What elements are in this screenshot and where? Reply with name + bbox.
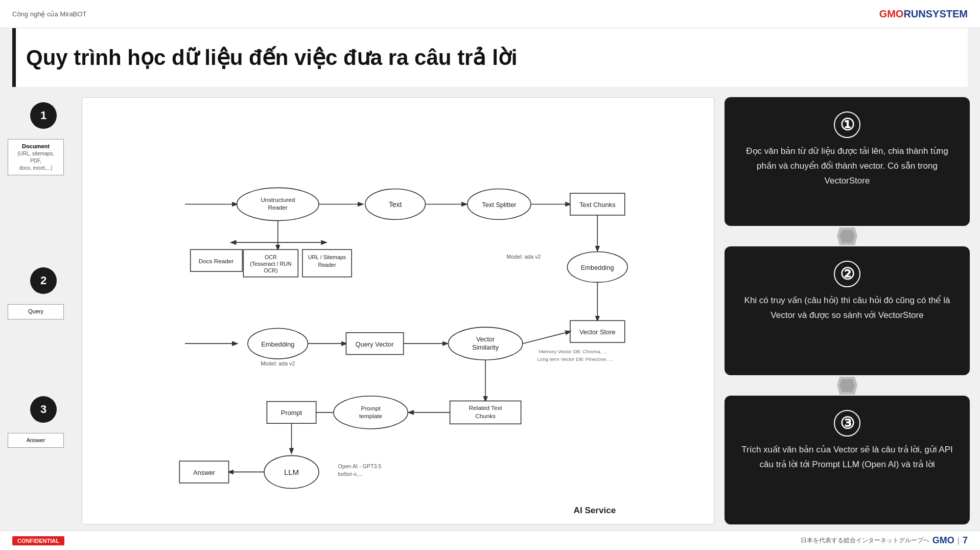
svg-text:OCR: OCR	[265, 254, 277, 260]
info-box-1-text: Đọc văn bản từ dữ liệu được tải lên, chi…	[741, 144, 953, 189]
gmo-logo: GMORUNSYSTEM	[879, 8, 968, 20]
footer-right: 日本を代表する総合インターネットグループへ GMO | 7	[801, 535, 968, 546]
diagram-svg: AI Service Unstructured Reader Text Text…	[82, 98, 714, 524]
footer-gmo: GMO	[932, 535, 954, 546]
svg-text:Prompt: Prompt	[281, 409, 302, 417]
footer-page: 7	[963, 535, 968, 546]
info-arrow-2	[725, 375, 970, 396]
svg-text:Vector: Vector	[476, 335, 495, 343]
content-area: 1 Document (URL, sitemaps, PDF,docx, exc…	[0, 87, 980, 530]
info-box-3-text: Trích xuất văn bản của Vector sẽ là câu …	[741, 443, 953, 472]
svg-text:Chunks: Chunks	[475, 413, 496, 419]
svg-marker-70	[839, 379, 855, 392]
svg-text:Vector Store: Vector Store	[579, 328, 616, 336]
svg-text:LLM: LLM	[284, 468, 299, 476]
svg-text:Prompt: Prompt	[361, 405, 381, 411]
info-box-3: ③ Trích xuất văn bản của Vector sẽ là câ…	[725, 396, 970, 524]
svg-text:Unstructured: Unstructured	[261, 196, 295, 203]
main-title-bar: Quy trình học dữ liệu đến việc đưa ra câ…	[12, 28, 968, 87]
step-indicators: 1 Document (URL, sitemaps, PDF,docx, exc…	[10, 97, 77, 524]
svg-text:Text Splitter: Text Splitter	[482, 201, 517, 209]
info-box-2: ② Khi có truy vấn (câu hỏi) thì câu hỏi …	[725, 246, 970, 375]
info-box-3-number: ③	[834, 410, 860, 437]
svg-marker-68	[839, 230, 855, 243]
step2-circle: 2	[30, 267, 57, 294]
info-box-2-text: Khi có truy vấn (câu hỏi) thì câu hỏi đó…	[741, 293, 953, 323]
svg-text:turbor-x,...: turbor-x,...	[338, 471, 363, 477]
svg-text:Reader: Reader	[318, 262, 336, 268]
step3-group: 3 Answer	[23, 396, 64, 448]
svg-text:Answer: Answer	[193, 469, 216, 476]
step2-group: 2 Query	[23, 267, 64, 319]
header-subtitle: Công nghệ của MiraBOT	[12, 10, 86, 18]
ai-service-label: AI Service	[574, 506, 616, 515]
step3-circle: 3	[30, 396, 57, 423]
step3-box: Answer	[8, 433, 64, 448]
main-title: Quy trình học dữ liệu đến việc đưa ra câ…	[26, 45, 517, 70]
svg-text:URL / Sitemaps: URL / Sitemaps	[308, 254, 346, 260]
svg-text:Model: ada v2: Model: ada v2	[506, 254, 541, 260]
footer-text: 日本を代表する総合インターネットグループへ	[801, 536, 929, 545]
info-panel: ① Đọc văn bản từ dữ liệu được tải lên, c…	[725, 97, 970, 524]
svg-text:template: template	[359, 413, 383, 419]
svg-text:Long term Vector DB: Pinecone,: Long term Vector DB: Pinecone, ...	[537, 356, 613, 362]
svg-text:Text: Text	[389, 200, 402, 209]
svg-text:Query Vector: Query Vector	[356, 340, 394, 348]
svg-text:Embedding: Embedding	[261, 340, 294, 348]
step2-box: Query	[8, 304, 64, 319]
gmo-logo-run: RUNSYSTEM	[903, 8, 968, 19]
svg-text:Similarity: Similarity	[472, 343, 499, 351]
confidential-badge: CONFIDENTIAL	[12, 536, 64, 545]
header: Công nghệ của MiraBOT GMORUNSYSTEM	[0, 0, 980, 28]
info-arrow-1	[725, 226, 970, 246]
info-box-1-number: ①	[834, 111, 860, 138]
svg-text:Related Text: Related Text	[469, 404, 503, 411]
diagram-panel: AI Service Unstructured Reader Text Text…	[82, 97, 714, 524]
svg-text:Memory Vector DB: Chroma, ...: Memory Vector DB: Chroma, ...	[539, 349, 607, 354]
svg-text:Embedding: Embedding	[581, 264, 614, 271]
svg-text:OCR): OCR)	[264, 267, 277, 273]
svg-text:Reader: Reader	[268, 204, 288, 211]
info-box-1: ① Đọc văn bản từ dữ liệu được tải lên, c…	[725, 97, 970, 226]
svg-text:Model: ada v2: Model: ada v2	[261, 360, 295, 366]
gmo-logo-gmo: GMO	[879, 8, 904, 19]
svg-rect-0	[158, 98, 639, 524]
svg-text:(Tesseract / RUN: (Tesseract / RUN	[250, 261, 291, 267]
step1-group: 1 Document (URL, sitemaps, PDF,docx, exc…	[23, 102, 64, 175]
svg-text:Open AI - GPT3.5: Open AI - GPT3.5	[338, 463, 381, 469]
svg-text:Text Chunks: Text Chunks	[579, 201, 616, 209]
info-box-2-number: ②	[834, 261, 860, 287]
step1-circle: 1	[30, 102, 57, 129]
step1-box: Document (URL, sitemaps, PDF,docx, excel…	[8, 139, 64, 175]
footer: CONFIDENTIAL 日本を代表する総合インターネットグループへ GMO |…	[0, 531, 980, 550]
svg-text:Docs Reader: Docs Reader	[199, 258, 234, 264]
